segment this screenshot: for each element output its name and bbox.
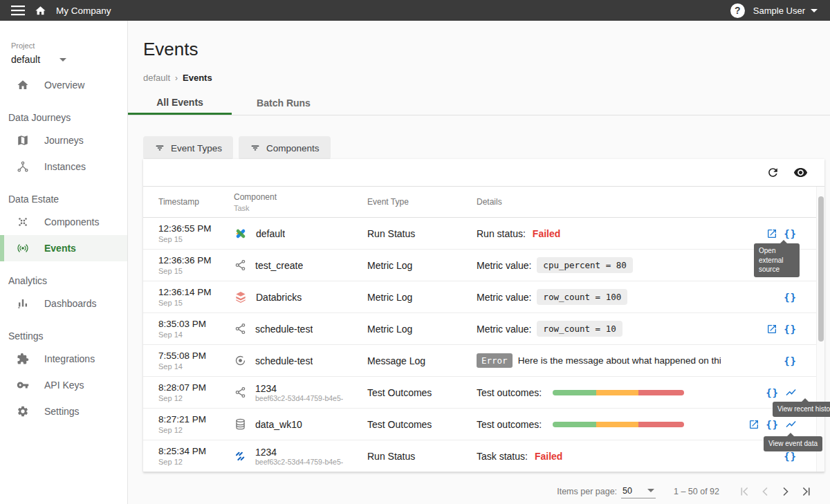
tab-batch-runs[interactable]: Batch Runs [232,91,335,115]
view-event-data-icon[interactable] [784,324,797,334]
detail-label: Metric value: [477,260,531,271]
previous-page-button[interactable] [758,485,772,498]
message-text: Here is the message about what happened … [518,355,721,366]
outcome-pass-segment [553,422,596,427]
sidebar-item-label: Integrations [44,353,95,364]
sidebar-section-data-journeys: Data Journeys [0,98,127,127]
filter-event-types[interactable]: Event Types [143,136,233,160]
event-type: Run Status [367,228,477,239]
sidebar-item-events[interactable]: Events [0,235,127,261]
view-event-data-icon[interactable] [784,356,797,366]
detail-label: Test outcomes: [477,387,542,398]
filter-icon [250,142,261,153]
table-row[interactable]: 8:25:34 PMSep 12 1234 beef63c2-53d4-4759… [143,440,824,472]
table-toolbar [143,159,824,187]
open-external-icon[interactable] [766,324,777,335]
page-title: Events [128,21,830,60]
table-row[interactable]: 8:27:21 PMSep 12 data_wk10 Test Outcomes… [143,409,824,440]
outcome-warn-segment [596,422,638,427]
page-range: 1 – 50 of 92 [674,487,719,496]
user-menu[interactable]: Sample User [753,6,818,16]
view-event-data-icon[interactable] [784,229,797,239]
databricks-logo [234,290,248,304]
outcome-fail-segment [638,422,685,427]
chevron-down-icon [59,58,66,62]
key-icon [17,379,29,391]
sidebar-item-label: Journeys [44,135,84,146]
tooltip-view-event-data: View event data [764,436,822,451]
sidebar-item-settings[interactable]: Settings [0,398,127,424]
share-icon [234,386,247,399]
scrollbar-thumb[interactable] [818,196,824,342]
sidebar-item-label: Dashboards [44,298,97,309]
visibility-eye-icon[interactable] [793,165,808,180]
column-header-task-label: Task [234,204,367,212]
table-scrollbar[interactable] [816,187,824,472]
view-event-data-icon[interactable] [784,451,797,461]
events-table-card: Timestamp Component Task Event Type Deta… [143,159,824,472]
event-type: Message Log [367,355,477,366]
event-type: Test Outcomes [367,387,477,398]
table-row[interactable]: 8:35:03 PMSep 14 schedule-test Metric Lo… [143,313,824,345]
sidebar-item-overview[interactable]: Overview [0,72,127,98]
event-time: 7:55:08 PM [158,351,234,361]
sidebar-item-dashboards[interactable]: Dashboards [0,290,127,317]
filter-components[interactable]: Components [239,136,331,160]
table-row[interactable]: 12:36:14 PMSep 15 Databricks Metric Log … [143,281,824,313]
component-name: data_wk10 [255,419,302,430]
component-name: schedule-test [255,355,313,366]
sidebar-section-analytics: Analytics [0,261,127,290]
sidebar-section-data-estate: Data Estate [0,180,127,209]
sidebar-item-instances[interactable]: Instances [0,153,127,180]
component-name: schedule-test [255,324,313,335]
open-external-icon[interactable] [766,228,777,239]
task-uuid: beef63c2-53d4-4759-b4e5- [255,458,343,466]
open-external-icon[interactable] [748,419,759,430]
event-type: Run Status [367,451,477,462]
sensors-icon [17,242,29,254]
user-name: Sample User [753,6,805,16]
sidebar-item-api-keys[interactable]: API Keys [0,372,127,398]
table-row[interactable]: 7:55:08 PMSep 14 schedule-test Message L… [143,345,824,377]
view-event-data-icon[interactable] [784,292,797,302]
test-outcomes-bar [553,390,684,395]
grain-icon [17,216,29,228]
event-type: Test Outcomes [367,419,477,430]
view-event-data-icon[interactable] [766,420,779,429]
sidebar-item-journeys[interactable]: Journeys [0,127,127,153]
sidebar-item-label: Instances [44,161,86,172]
pinwheel-logo [234,227,248,241]
status-failed: Failed [535,451,562,462]
breadcrumb-parent[interactable]: default [143,73,170,83]
tab-bar: All Events Batch Runs [128,91,830,115]
hamburger-menu-icon[interactable] [11,5,25,16]
task-uuid: beef63c2-53d4-4759-b4e5- [255,394,343,402]
sidebar-item-integrations[interactable]: Integrations [0,346,127,372]
project-select[interactable]: default [11,54,116,65]
event-date: Sep 14 [158,330,234,339]
share-icon [234,322,247,335]
next-page-button[interactable] [779,485,793,498]
last-page-button[interactable] [800,485,813,498]
detail-label: Metric value: [477,324,531,335]
tab-all-events[interactable]: All Events [128,91,232,115]
view-event-data-icon[interactable] [766,388,779,398]
tooltip-view-recent-history: View recent history [773,402,830,417]
table-row[interactable]: 12:36:55 PMSep 15 default Run Status Run… [143,218,824,250]
brand-name: My Company [56,6,111,16]
breadcrumb-current: Events [183,73,212,83]
table-row[interactable]: 12:36:36 PMSep 15 test_create Metric Log… [143,250,824,281]
items-per-page-select[interactable]: 50 [621,485,656,498]
outcome-warn-segment [596,390,638,395]
table-row[interactable]: 8:28:07 PMSep 12 1234 beef63c2-53d4-4759… [143,377,824,409]
help-icon[interactable] [730,3,745,18]
sidebar-item-components[interactable]: Components [0,209,127,235]
event-type: Metric Log [367,324,477,335]
view-history-icon[interactable] [785,418,797,430]
event-time: 8:27:21 PM [158,414,234,424]
view-history-icon[interactable] [785,386,797,398]
refresh-icon[interactable] [766,166,780,179]
event-date: Sep 12 [158,458,234,466]
home-icon[interactable] [35,5,46,17]
first-page-button[interactable] [737,485,751,498]
